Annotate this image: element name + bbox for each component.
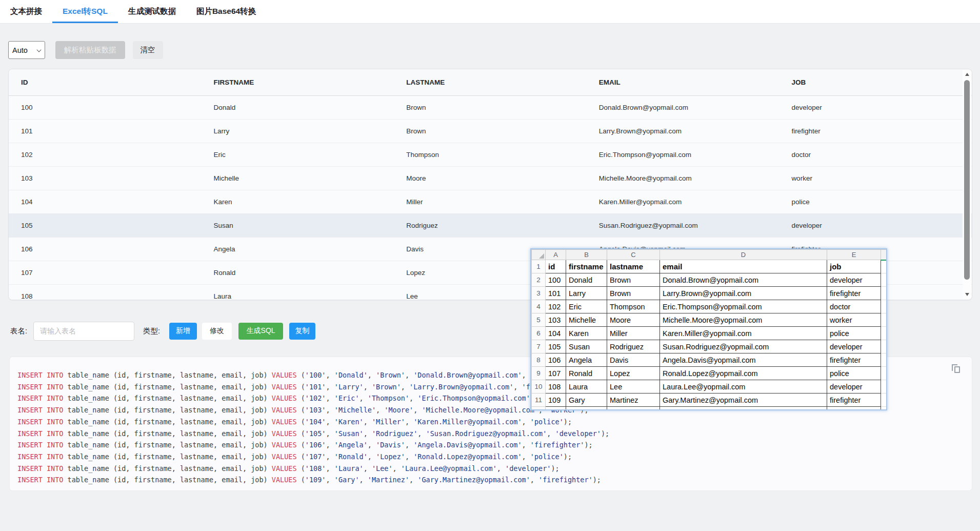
column-header-lastname: LASTNAME	[394, 69, 587, 95]
table-scrollbar[interactable]	[963, 70, 971, 299]
excel-column-header: E	[827, 250, 881, 260]
select-all-corner-icon	[532, 250, 546, 260]
parse-clipboard-button[interactable]: 解析粘贴板数据	[55, 41, 125, 59]
excel-column-header: D	[660, 250, 827, 260]
scroll-up-icon[interactable]	[963, 70, 971, 79]
table-row[interactable]: 103MichelleMooreMichelle.Moore@yopmail.c…	[9, 166, 972, 190]
table-row[interactable]: 100DonaldBrownDonald.Brown@yopmail.comde…	[9, 95, 972, 119]
table-row[interactable]: 105SusanRodriguezSusan.Rodriguez@yopmail…	[9, 213, 972, 237]
excel-column-header: C	[607, 250, 660, 260]
mode-select-value: Auto	[12, 46, 28, 54]
sql-form-row: 表名: 类型: 新增 修改 生成SQL 复制	[10, 321, 315, 341]
toolbar: Auto 解析粘贴板数据 清空	[8, 41, 163, 59]
column-header-id: ID	[9, 69, 202, 95]
update-type-button[interactable]: 修改	[202, 323, 232, 340]
generate-sql-button[interactable]: 生成SQL	[238, 323, 283, 340]
excel-row: 9107RonaldLopezRonald.Lopez@yopmail.comp…	[532, 367, 887, 380]
copy-icon[interactable]	[951, 364, 961, 373]
excel-row: 5103MichelleMooreMichelle.Moore@yopmail.…	[532, 313, 887, 327]
sql-line: INSERT INTO table_name (id, firstname, l…	[17, 451, 941, 463]
excel-grid: ABCDE1idfirstnamelastnameemailjob2100Don…	[531, 249, 887, 410]
excel-row: 11109GaryMartinezGary.Martinez@yopmail.c…	[532, 394, 887, 407]
tab-1[interactable]: Excel转SQL	[52, 0, 118, 23]
column-header-job: JOB	[779, 69, 972, 95]
table-row[interactable]: 102EricThompsonEric.Thompson@yopmail.com…	[9, 143, 972, 166]
excel-row: 2100DonaldBrownDonald.Brown@yopmail.comd…	[532, 273, 887, 287]
excel-column-header: A	[546, 250, 566, 260]
column-header-email: EMAIL	[587, 69, 779, 95]
tab-2[interactable]: 生成测试数据	[118, 0, 186, 23]
scrollbar-thumb[interactable]	[964, 80, 970, 280]
column-header-firstname: FIRSTNAME	[202, 69, 394, 95]
tab-bar: 文本拼接Excel转SQL生成测试数据图片Base64转换	[0, 0, 980, 24]
insert-type-button[interactable]: 新增	[169, 323, 197, 340]
excel-column-header: B	[566, 250, 607, 260]
tab-3[interactable]: 图片Base64转换	[186, 0, 266, 23]
excel-row: 8106AngelaDavisAngela.Davis@yopmail.comf…	[532, 353, 887, 367]
excel-partial-row	[532, 407, 887, 411]
sql-line: INSERT INTO table_name (id, firstname, l…	[17, 439, 941, 451]
table-row[interactable]: 104KarenMillerKaren.Miller@yopmail.compo…	[9, 190, 972, 213]
clear-button[interactable]: 清空	[133, 41, 163, 59]
excel-row: 3101LarryBrownLarry.Brown@yopmail.comfir…	[532, 287, 887, 300]
sql-line: INSERT INTO table_name (id, firstname, l…	[17, 474, 941, 486]
table-header-row: ID FIRSTNAME LASTNAME EMAIL JOB	[9, 69, 972, 95]
scroll-down-icon[interactable]	[963, 290, 971, 299]
excel-preview-overlay: ABCDE1idfirstnamelastnameemailjob2100Don…	[530, 248, 887, 410]
sql-line: INSERT INTO table_name (id, firstname, l…	[17, 428, 941, 440]
excel-row: 6104KarenMillerKaren.Miller@yopmail.comp…	[532, 327, 887, 340]
copy-button[interactable]: 复制	[289, 323, 315, 340]
mode-select[interactable]: Auto	[8, 41, 45, 59]
excel-to-sql-page: 文本拼接Excel转SQL生成测试数据图片Base64转换 Auto 解析粘贴板…	[0, 0, 980, 531]
table-name-input[interactable]	[33, 322, 134, 341]
type-label: 类型:	[143, 326, 160, 336]
table-row[interactable]: 101LarryBrownLarry.Brown@yopmail.comfire…	[9, 119, 972, 143]
excel-row: 4102EricThompsonEric.Thompson@yopmail.co…	[532, 300, 887, 313]
excel-row: 7105SusanRodriguezSusan.Rodriguez@yopmai…	[532, 340, 887, 353]
tab-0[interactable]: 文本拼接	[0, 0, 52, 23]
sql-line: INSERT INTO table_name (id, firstname, l…	[17, 416, 941, 428]
sql-line: INSERT INTO table_name (id, firstname, l…	[17, 463, 941, 475]
excel-row: 10108LauraLeeLaura.Lee@yopmail.comdevelo…	[532, 380, 887, 394]
excel-row: 1idfirstnamelastnameemailjob	[532, 260, 887, 273]
table-name-label: 表名:	[10, 326, 27, 336]
chevron-down-icon	[36, 47, 41, 52]
